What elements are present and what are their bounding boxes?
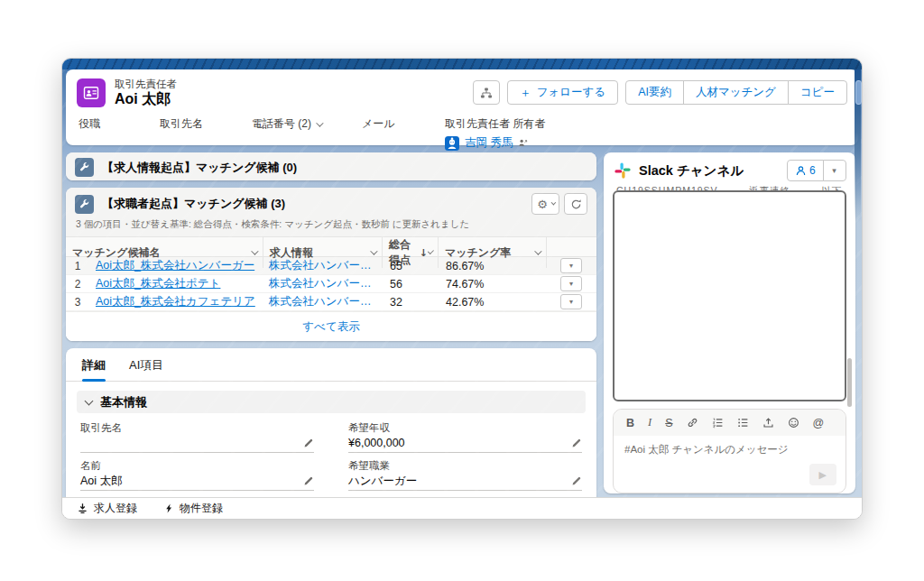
chevron-down-icon xyxy=(551,200,557,206)
detail-field-account: 取引先名 xyxy=(80,415,314,453)
chevron-down-icon xyxy=(85,396,94,405)
field-owner: 取引先責任者 所有者 吉岡 秀馬 xyxy=(445,116,545,151)
edit-icon[interactable] xyxy=(571,475,582,486)
link-icon[interactable] xyxy=(687,417,698,429)
total-score: 65 xyxy=(382,260,438,272)
member-count: 6 xyxy=(809,164,816,177)
hierarchy-button[interactable] xyxy=(473,80,500,105)
related-list-title: 【求職者起点】マッチング候補 (3) xyxy=(102,196,285,212)
slack-members-button[interactable]: 6 xyxy=(787,160,824,181)
panel-scrollbar[interactable] xyxy=(847,358,852,407)
follow-button[interactable]: ＋ フォローする xyxy=(507,80,618,105)
job-register-link[interactable]: 求人登録 xyxy=(77,501,137,516)
send-button[interactable]: ▶ xyxy=(809,464,836,485)
edit-icon[interactable] xyxy=(571,438,582,448)
contact-record-icon xyxy=(77,78,106,107)
field-phone[interactable]: 電話番号 (2) xyxy=(252,116,335,151)
record-name: Aoi 太郎 xyxy=(115,91,177,107)
right-column: Slack チャンネル 6 ▾ xyxy=(604,152,855,493)
list-settings-button[interactable]: ⚙ xyxy=(531,193,559,215)
talent-matching-button[interactable]: 人材マッチング xyxy=(683,80,789,105)
table-row: 2 Aoi太郎_株式会社ポテト 株式会社ハンバーガー 56 74.67% ▾ xyxy=(66,275,596,293)
slack-dropdown-button[interactable]: ▾ xyxy=(823,160,846,181)
refresh-button[interactable] xyxy=(564,193,587,215)
gear-icon: ⚙ xyxy=(537,198,548,211)
job-info-link[interactable]: 株式会社ハンバーガー xyxy=(263,276,382,291)
chevron-down-icon[interactable] xyxy=(316,119,323,126)
field-role: 役職 xyxy=(79,116,133,151)
row-actions-button[interactable]: ▾ xyxy=(560,258,582,273)
section-basic-info[interactable]: 基本情報 xyxy=(77,391,586,413)
related-list-job-origin: 【求人情報起点】マッチング候補 (0) xyxy=(66,152,596,180)
wrench-icon xyxy=(75,195,94,214)
owner-avatar xyxy=(445,136,459,151)
candidate-name-link[interactable]: Aoi太郎_株式会社カフェテリア xyxy=(89,294,263,309)
bullet-list-icon[interactable] xyxy=(737,417,749,429)
field-email: メール xyxy=(362,116,418,151)
italic-icon[interactable]: I xyxy=(648,416,651,429)
message-composer: B I S xyxy=(613,409,846,493)
related-list-candidate-origin: 【求職者起点】マッチング候補 (3) ⚙ xyxy=(66,188,596,341)
edit-icon[interactable] xyxy=(303,438,314,448)
row-number: 2 xyxy=(66,278,89,290)
owner-link[interactable]: 吉岡 秀馬 xyxy=(465,135,513,151)
row-actions-button[interactable]: ▾ xyxy=(560,294,582,309)
detail-field-name: 名前 Aoi 太郎 xyxy=(80,453,314,491)
field-account-name: 取引先名 xyxy=(160,116,225,151)
table-row: 3 Aoi太郎_株式会社カフェテリア 株式会社ハンバーガー 32 42.67% … xyxy=(66,293,596,311)
slack-logo-icon xyxy=(614,162,631,179)
wrench-icon xyxy=(75,158,94,177)
tab-ai-fields[interactable]: AI項目 xyxy=(129,357,163,381)
slack-message-area xyxy=(613,190,846,401)
detail-field-desired-role: 希望役職 店長;AM（直営）;SV（FC） xyxy=(348,491,582,497)
total-score: 56 xyxy=(382,278,438,290)
view-all-link[interactable]: すべて表示 xyxy=(302,320,359,333)
chevron-down-icon[interactable] xyxy=(534,247,541,254)
ai-summary-button[interactable]: AI要約 xyxy=(625,80,684,105)
property-register-link[interactable]: 物件登録 xyxy=(164,501,223,516)
emoji-icon[interactable] xyxy=(788,417,799,429)
page-scrollbar-thumb[interactable] xyxy=(855,80,862,105)
edit-icon[interactable] xyxy=(303,475,314,486)
matching-rate: 86.67% xyxy=(438,260,546,272)
chevron-down-icon[interactable] xyxy=(428,248,434,254)
browser-top-strip xyxy=(62,59,862,69)
matching-rate: 74.67% xyxy=(438,278,546,290)
related-list-title: 【求人情報起点】マッチング候補 (0) xyxy=(102,160,297,176)
details-card: 詳細 AI項目 基本情報 取引先名 xyxy=(66,348,596,497)
detail-field-desired-job: 希望職業 ハンバーガー xyxy=(348,453,582,491)
bold-icon[interactable]: B xyxy=(626,417,634,429)
table-row: 1 Aoi太郎_株式会社ハンバーガー 株式会社ハンバーガー 65 86.67% … xyxy=(66,257,596,275)
register-download-icon xyxy=(77,503,88,514)
copy-button[interactable]: コピー xyxy=(788,80,847,105)
matching-table: マッチング候補名 求人情報 総合得点↓ マッチング率 xyxy=(66,236,596,341)
hierarchy-icon xyxy=(480,87,493,99)
send-icon: ▶ xyxy=(818,469,826,481)
tab-details[interactable]: 詳細 xyxy=(82,357,106,381)
job-info-link[interactable]: 株式会社ハンバーガー xyxy=(263,258,382,273)
chevron-down-icon[interactable] xyxy=(370,247,377,254)
sort-desc-icon: ↓ xyxy=(420,247,428,259)
change-owner-icon[interactable] xyxy=(518,138,528,148)
total-score: 32 xyxy=(382,296,438,309)
upload-icon[interactable] xyxy=(762,417,774,429)
row-number: 1 xyxy=(66,260,89,272)
candidate-name-link[interactable]: Aoi太郎_株式会社ハンバーガー xyxy=(89,258,263,273)
record-header-card: 取引先責任者 Aoi 太郎 ＋ フォローする AI要約 xyxy=(66,69,858,145)
slack-panel-title: Slack チャンネル xyxy=(639,162,744,180)
slack-channel-card: Slack チャンネル 6 ▾ xyxy=(604,152,855,493)
candidate-name-link[interactable]: Aoi太郎_株式会社ポテト xyxy=(89,276,263,291)
page-content: 取引先責任者 Aoi 太郎 ＋ フォローする AI要約 xyxy=(62,69,862,497)
strikethrough-icon[interactable]: S xyxy=(665,417,672,429)
mention-icon[interactable]: @ xyxy=(813,417,825,429)
ordered-list-icon[interactable] xyxy=(712,417,724,429)
matching-rate: 42.67% xyxy=(438,296,546,309)
related-list-meta: 3 個の項目・並び替え基準: 総合得点・検索条件: マッチング起点・数秒前 に更… xyxy=(66,218,596,236)
job-info-link[interactable]: 株式会社ハンバーガー xyxy=(263,294,382,309)
chevron-down-icon: ▾ xyxy=(832,166,836,175)
row-actions-button[interactable]: ▾ xyxy=(560,276,582,291)
lightning-icon xyxy=(164,503,174,514)
object-label: 取引先責任者 xyxy=(115,78,177,91)
detail-field-desired-income: 希望年収 ¥6,000,000 xyxy=(348,415,582,453)
chevron-down-icon[interactable] xyxy=(251,247,258,254)
